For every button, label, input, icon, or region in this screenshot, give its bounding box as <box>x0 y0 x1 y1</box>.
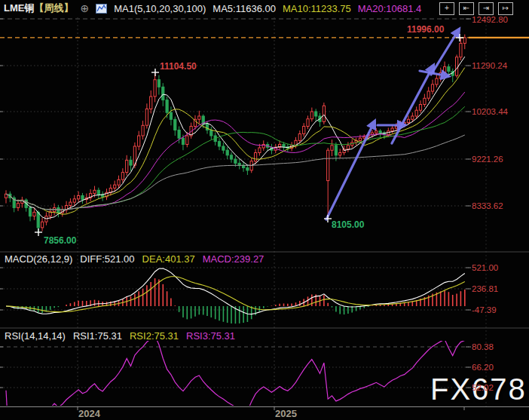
rsi-axis-label: 80.38 <box>472 342 494 351</box>
rsi3-value: RSI3:75.31 <box>186 330 235 342</box>
price-axis-label: 11290.24 <box>472 61 507 70</box>
macd-dea-value: DEA:401.37 <box>142 253 195 265</box>
rsi-header: RSI(14,14,14) RSI1:75.31 RSI2:75.31 RSI3… <box>5 330 235 342</box>
rsi-axis-label: 52.02 <box>472 383 494 392</box>
price-axis-label: 9221.26 <box>472 155 503 164</box>
chart-header: LME铜【周线】 ⊕ MA1(5,10,20,30,100) MA5:11636… <box>4 0 421 17</box>
current-price-label: 11996.00 <box>407 24 444 35</box>
ma-settings-label: MA1(5,10,20,30,100) <box>114 3 206 14</box>
pan-left-tool-button[interactable]: ⇤ <box>459 2 474 15</box>
macd-axis-label: 521.00 <box>472 263 498 272</box>
macd-axis-label: 236.81 <box>472 284 498 293</box>
rsi2-value: RSI2:75.31 <box>130 330 179 342</box>
settings-icon[interactable]: ⊕ <box>80 2 89 14</box>
mini-chart-icon[interactable] <box>96 4 107 14</box>
instrument-title: LME铜 <box>4 2 34 14</box>
chart-toolbar: + ⇤ ⇥ ↦ <box>439 2 513 15</box>
macd-hist-value: MACD:239.27 <box>203 253 264 265</box>
rsi-name-label: RSI(14,14,14) <box>5 330 66 342</box>
year-label-2025: 2025 <box>275 408 297 419</box>
candlestick-chart-canvas[interactable] <box>0 0 529 420</box>
macd-diff-value: DIFF:521.00 <box>80 253 134 265</box>
swing-high-label: 11104.50 <box>160 61 197 72</box>
pan-right-tool-button[interactable]: ⇥ <box>479 2 494 15</box>
crash-low-label: 8105.00 <box>332 219 364 230</box>
macd-header: MACD(26,12,9) DIFF:521.00 DEA:401.37 MAC… <box>5 253 264 265</box>
macd-name-label: MACD(26,12,9) <box>5 253 72 265</box>
price-axis-label: 12492.80 <box>472 15 508 24</box>
price-axis-label: 8333.62 <box>472 201 503 210</box>
period-label: 【周线】 <box>34 2 73 14</box>
header-title-group: LME铜【周线】 <box>4 2 73 15</box>
price-axis-label: 10203.44 <box>472 107 508 116</box>
range-low-label: 7856.00 <box>44 235 76 246</box>
ma20-value: MA20:10681.4 <box>358 3 422 14</box>
crosshair-tool-button[interactable]: + <box>439 2 454 15</box>
rsi-axis-label: 66.20 <box>472 363 494 372</box>
chart-window: LME铜【周线】 ⊕ MA1(5,10,20,30,100) MA5:11636… <box>0 0 529 420</box>
ma5-value: MA5:11636.00 <box>213 3 276 14</box>
ma10-value: MA10:11233.75 <box>283 3 351 14</box>
macd-axis-label: -47.39 <box>472 305 497 314</box>
exit-chart-button[interactable]: ↦ <box>498 2 513 15</box>
year-label-2024: 2024 <box>78 408 100 419</box>
rsi1-value: RSI1:75.31 <box>73 330 122 342</box>
